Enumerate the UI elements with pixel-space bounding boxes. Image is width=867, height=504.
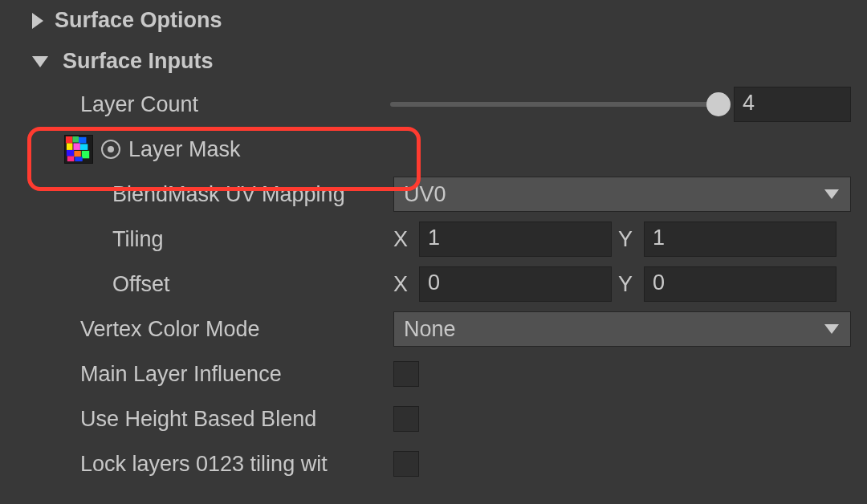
use-height-based-blend-checkbox[interactable] — [393, 406, 419, 432]
slider-thumb[interactable] — [706, 92, 731, 116]
row-layer-count: Layer Count 4 — [0, 82, 867, 127]
svg-rect-5 — [73, 143, 80, 150]
chevron-down-icon — [824, 189, 839, 199]
label-layer-count: Layer Count — [0, 92, 390, 117]
row-tiling: Tiling X 1 Y 1 — [0, 217, 867, 262]
svg-rect-10 — [67, 156, 75, 162]
svg-rect-8 — [74, 151, 81, 157]
row-lock-layers: Lock layers 0123 tiling wit — [0, 441, 867, 486]
svg-rect-11 — [75, 156, 82, 161]
dropdown-value: UV0 — [404, 182, 446, 207]
row-use-height-based-blend: Use Height Based Blend — [0, 396, 867, 441]
object-picker-icon[interactable] — [101, 140, 120, 159]
label-y: Y — [618, 272, 637, 297]
svg-rect-4 — [67, 143, 73, 150]
lock-layers-checkbox[interactable] — [393, 451, 419, 477]
label-blendmask-uv: BlendMask UV Mapping — [0, 182, 393, 207]
tiling-y-input[interactable]: 1 — [644, 222, 836, 257]
row-vertex-color-mode: Vertex Color Mode None — [0, 307, 867, 352]
vertex-color-mode-dropdown[interactable]: None — [393, 311, 851, 347]
label-offset: Offset — [0, 272, 393, 297]
svg-rect-9 — [82, 151, 89, 158]
section-title: Surface Inputs — [63, 49, 214, 74]
label-tiling: Tiling — [0, 227, 393, 252]
label-y: Y — [618, 227, 637, 252]
svg-rect-1 — [66, 136, 73, 144]
section-title: Surface Options — [55, 8, 222, 33]
svg-rect-7 — [67, 150, 74, 156]
chevron-down-icon — [32, 56, 48, 67]
svg-rect-6 — [80, 144, 88, 150]
layer-count-slider[interactable] — [390, 102, 719, 107]
label-x: X — [393, 272, 413, 297]
svg-rect-3 — [79, 137, 86, 144]
svg-rect-2 — [72, 136, 79, 143]
row-layer-mask: Layer Mask — [0, 127, 867, 172]
row-main-layer-influence: Main Layer Influence — [0, 352, 867, 396]
surface-inputs-body: Layer Count 4 — [0, 82, 867, 486]
label-main-layer-influence: Main Layer Influence — [0, 362, 393, 387]
label-layer-mask: Layer Mask — [128, 137, 241, 162]
label-lock-layers: Lock layers 0123 tiling wit — [0, 452, 393, 477]
layer-count-input[interactable]: 4 — [734, 87, 851, 122]
label-vertex-color-mode: Vertex Color Mode — [0, 317, 393, 342]
chevron-right-icon — [32, 13, 43, 29]
row-offset: Offset X 0 Y 0 — [0, 262, 867, 307]
label-use-height-based-blend: Use Height Based Blend — [0, 407, 393, 432]
row-blendmask-uv: BlendMask UV Mapping UV0 — [0, 172, 867, 217]
main-layer-influence-checkbox[interactable] — [393, 361, 419, 387]
offset-x-input[interactable]: 0 — [419, 266, 612, 302]
section-header-surface-inputs[interactable]: Surface Inputs — [0, 41, 867, 82]
chevron-down-icon — [824, 324, 839, 334]
blendmask-uv-dropdown[interactable]: UV0 — [393, 177, 851, 212]
label-group-layer-mask: Layer Mask — [0, 135, 393, 164]
section-header-surface-options[interactable]: Surface Options — [0, 0, 867, 41]
texture-swatch-icon[interactable] — [64, 135, 93, 164]
dropdown-value: None — [404, 317, 456, 342]
label-x: X — [393, 227, 413, 252]
control-layer-count: 4 — [390, 87, 867, 122]
offset-y-input[interactable]: 0 — [644, 266, 836, 302]
tiling-x-input[interactable]: 1 — [419, 222, 612, 257]
